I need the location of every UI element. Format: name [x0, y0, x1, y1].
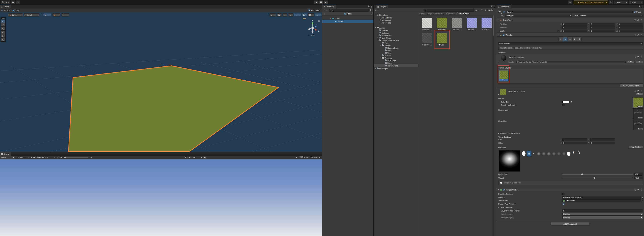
breadcrumb-item[interactable]: Assets	[419, 12, 425, 15]
scene-visibility-toggle[interactable]	[302, 14, 307, 16]
foldout-open-icon[interactable]	[380, 45, 382, 46]
shading-mode-dropdown[interactable]: ●	[270, 14, 276, 16]
keyboard-input-button[interactable]: ⌨	[299, 156, 303, 159]
asset-thumbnail[interactable]	[452, 18, 462, 28]
terrain-tool-paint[interactable]: ✎	[563, 37, 568, 41]
tree-row-models[interactable]: Models	[374, 44, 418, 47]
brush-size-field[interactable]: 282	[634, 173, 643, 176]
help-icon[interactable]: ?	[634, 34, 636, 36]
position-x-field[interactable]: 0	[562, 23, 587, 26]
tree-row-prefabs[interactable]: Prefabs	[374, 54, 418, 57]
stage-header-row[interactable]: < ▣ Stage	[322, 12, 374, 16]
favorites-row[interactable]: ★ Favorites	[374, 14, 418, 16]
asset-thumbnail[interactable]	[437, 18, 447, 28]
scene-lighting-toggle[interactable]: ☼	[283, 14, 287, 16]
pause-button[interactable]	[319, 0, 324, 4]
foldout-open-icon[interactable]	[498, 94, 499, 95]
presets-icon[interactable]: ⇄	[637, 34, 639, 36]
transform-tool[interactable]	[1, 38, 5, 41]
asset-label[interactable]: Grass004_...	[467, 28, 477, 31]
kebab-menu-icon[interactable]	[641, 34, 642, 35]
favorite-item[interactable]: All Materials	[374, 16, 418, 19]
presets-icon[interactable]: ⇄	[637, 90, 639, 92]
pivot-mode-dropdown[interactable]: ◎ Center	[8, 14, 23, 16]
rotate-tool[interactable]	[1, 27, 5, 30]
help-icon[interactable]: ?	[634, 189, 636, 191]
tree-row-rocks[interactable]: Rocks	[374, 49, 418, 52]
kebab-menu-icon[interactable]	[494, 6, 494, 6]
scene-viewport[interactable]: ◎ Center ◇ Local ▦ ▥ ⇶	[0, 12, 322, 152]
new-brush-button[interactable]: New Brush...	[628, 146, 643, 148]
lock-icon[interactable]	[639, 6, 640, 7]
rect-tool[interactable]	[1, 34, 5, 38]
mask-select-button[interactable]: Select	[638, 128, 643, 130]
cloud-button[interactable]	[11, 0, 15, 4]
dropdown-caret-icon[interactable]	[377, 10, 378, 10]
tiling-offset-y-field[interactable]: 0	[590, 142, 615, 144]
brush-circle[interactable]	[522, 151, 526, 156]
mask-map-slot[interactable]: None (Texture 2D) Select	[633, 120, 643, 130]
opacity-thumb[interactable]	[594, 177, 595, 179]
breadcrumb-item[interactable]: UnityChanAdventure	[427, 12, 444, 15]
gizmo-lock-icon[interactable]	[318, 21, 320, 22]
tiling-size-x-field[interactable]: 2	[562, 138, 587, 141]
brush-noise-5[interactable]	[557, 152, 561, 156]
brush-noise-4[interactable]	[552, 152, 556, 156]
opacity-field[interactable]: 46.2	[634, 176, 643, 179]
terrain-tool-settings[interactable]: ⚙	[577, 37, 582, 41]
provides-contacts-checkbox[interactable]	[562, 193, 564, 195]
brush-noise-2[interactable]	[542, 152, 546, 156]
physic-material-field[interactable]: None (Physic Material)	[562, 196, 641, 199]
brush-noise-1[interactable]	[537, 152, 540, 156]
normal-select-button[interactable]: Select	[638, 117, 643, 119]
tree-row-terraingrass[interactable]: TerrainGrass	[374, 64, 418, 67]
eyedropper-icon[interactable]	[570, 101, 572, 103]
tab-inspector[interactable]: i Inspector	[497, 5, 510, 8]
diffuse-texture-slot[interactable]: Select	[633, 97, 643, 108]
breadcrumb-item-current[interactable]: TerrainGrass	[458, 12, 469, 15]
terrain-tool-details[interactable]: ✿	[572, 37, 577, 41]
foldout-open-icon[interactable]	[375, 27, 376, 28]
favorite-item[interactable]: All Models	[374, 19, 418, 22]
transform-header[interactable]: ⊕ Transform ? ⇄	[496, 18, 644, 22]
search-by-type-icon[interactable]: ▤	[475, 9, 477, 11]
game-mode-dropdown[interactable]: Game	[0, 156, 15, 159]
shader-preset-button[interactable]: ≡	[636, 60, 643, 63]
presets-icon[interactable]: ⇄	[637, 189, 639, 191]
presets-icon[interactable]: ⇄	[637, 56, 639, 58]
diffuse-select-button[interactable]: Select	[638, 106, 643, 108]
open-button[interactable]: Open	[636, 93, 643, 95]
global-search-button[interactable]	[609, 0, 613, 4]
view-hand-tool[interactable]	[1, 20, 5, 23]
foldout-closed-icon[interactable]	[375, 68, 376, 69]
foldout-closed-icon[interactable]	[378, 35, 378, 36]
exclude-layers-dropdown[interactable]: Nothing	[562, 216, 643, 219]
scale-tool[interactable]	[1, 30, 5, 34]
camera-settings-dropdown[interactable]	[308, 14, 314, 16]
asset-label[interactable]: Grass004_...	[422, 28, 432, 31]
tree-row-unitychan[interactable]: UnityChan	[374, 36, 418, 39]
undo-history-button[interactable]: ↺	[568, 0, 572, 4]
snap-increment-dropdown[interactable]: ⇶	[62, 14, 69, 16]
terrain-tool-create-neighbor[interactable]: ⊞	[558, 37, 563, 41]
display-dropdown[interactable]: Display 1	[16, 156, 29, 159]
foldout-open-icon[interactable]	[498, 189, 499, 190]
tree-row-mcclogo[interactable]: MCCLogo	[374, 59, 418, 62]
shader-edit-button[interactable]: Edit...	[627, 60, 634, 63]
asset-thumbnail[interactable]	[482, 18, 492, 28]
lock-icon[interactable]	[368, 6, 370, 7]
favorite-item[interactable]: All Prefabs	[374, 22, 418, 24]
foldout-closed-icon[interactable]	[498, 61, 499, 62]
position-y-field[interactable]: 0	[590, 23, 615, 26]
layout-dropdown[interactable]: Layout	[629, 0, 643, 4]
active-checkbox[interactable]	[503, 11, 505, 13]
brush-hexagon[interactable]	[567, 152, 570, 156]
project-search-input[interactable]	[424, 9, 474, 12]
gizmos-dropdown[interactable]: ⊕	[315, 14, 322, 16]
tab-hierarchy[interactable]: ≡ Hierarchy	[322, 5, 336, 8]
tab-project[interactable]: Project	[376, 5, 388, 8]
hierarchy-search-input[interactable]: All	[329, 9, 369, 12]
overlay-handle[interactable]	[303, 18, 306, 19]
scrollbar-thumb[interactable]	[493, 16, 494, 36]
debug-button[interactable]	[203, 156, 206, 159]
